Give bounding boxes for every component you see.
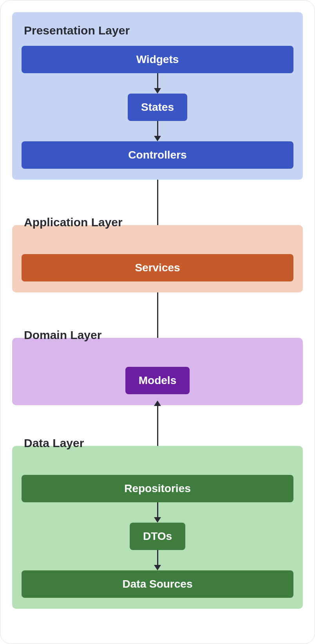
- domain-layer-title: Domain Layer: [24, 328, 101, 342]
- arrow-repositories-to-dtos: [154, 502, 161, 523]
- data-sources-box: Data Sources: [22, 570, 293, 598]
- widgets-box: Widgets: [22, 46, 293, 73]
- arrow-dtos-to-sources: [154, 550, 161, 570]
- dtos-box: DTOs: [130, 523, 185, 550]
- models-box: Models: [125, 367, 190, 394]
- repositories-box: Repositories: [22, 475, 293, 502]
- application-layer-title: Application Layer: [24, 216, 123, 229]
- controllers-box: Controllers: [22, 141, 293, 169]
- arrow-states-to-controllers: [154, 121, 161, 141]
- architecture-diagram: Presentation Layer Widgets States Contro…: [0, 0, 315, 644]
- presentation-layer: Presentation Layer Widgets States Contro…: [12, 12, 303, 180]
- arrow-widgets-to-states: [154, 73, 161, 94]
- services-box: Services: [22, 254, 293, 281]
- data-layer: Data Layer Repositories DTOs Data Source…: [12, 446, 303, 609]
- states-box: States: [128, 94, 187, 121]
- presentation-layer-title: Presentation Layer: [24, 24, 130, 37]
- application-layer: Application Layer Services: [12, 225, 303, 292]
- arrow-controllers-to-services: [154, 180, 161, 231]
- arrow-services-to-models: [154, 292, 161, 344]
- arrow-repositories-to-models: [154, 400, 161, 452]
- data-layer-title: Data Layer: [24, 437, 84, 450]
- domain-layer: Domain Layer Models: [12, 338, 303, 405]
